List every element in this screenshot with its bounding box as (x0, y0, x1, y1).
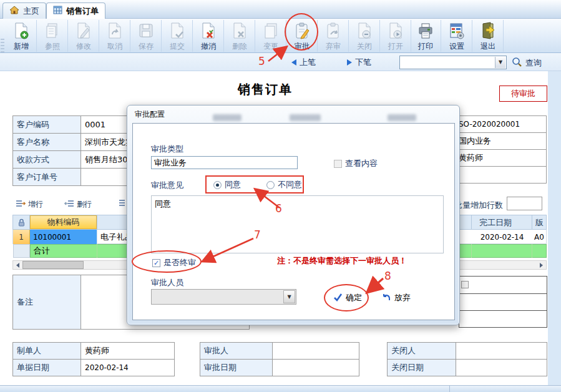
toolbar-label: 保存 (139, 41, 154, 52)
annotation-number-6: 6 (275, 202, 282, 215)
right-triangle-icon (347, 59, 352, 66)
annotation-circle-ok-button (324, 284, 369, 311)
toolbar-button-revoke[interactable]: 撤消 (193, 20, 224, 52)
version-cell[interactable]: A0 (532, 230, 546, 244)
toolbar-label: 退出 (481, 41, 495, 52)
toolbar-label: 取消 (107, 41, 122, 52)
toolbar-button-unapprove: 弃审 (318, 20, 349, 52)
scroll-right-button[interactable] (537, 261, 546, 269)
field-value-creator: 黄药师 (80, 342, 175, 360)
toolbar-button-submit: 提交 (162, 20, 193, 52)
tab-bar: 主页 销售订单 (0, 0, 561, 19)
view-content-label: 查看内容 (345, 158, 378, 169)
field-value-extra[interactable] (454, 166, 547, 184)
annotation-circle-final-checkbox (132, 250, 202, 273)
field-label-customer-code: 客户编码 (12, 115, 81, 134)
toolbar-label: 修改 (76, 41, 91, 52)
toolbar-button-modify: 修改 (69, 20, 99, 52)
close-document-icon (356, 22, 373, 41)
scroll-left-button[interactable] (13, 261, 22, 269)
new-document-icon (12, 22, 30, 41)
toolbar-label: 关闭 (357, 41, 372, 52)
add-row-button[interactable]: 增行 (16, 199, 43, 210)
change-icon (262, 22, 280, 41)
approver-combobox[interactable]: ▼ (151, 289, 296, 305)
lock-icon (18, 218, 25, 227)
field-value-salesperson[interactable]: 黄药师 (454, 149, 547, 167)
approval-type-input[interactable]: 审批业务 (151, 156, 298, 169)
field-value-order-number[interactable]: SO-2020020001 (454, 115, 547, 133)
tab-home[interactable]: 主页 (2, 2, 46, 19)
finish-date-column-header[interactable]: 完工日期 (479, 217, 512, 228)
finish-date-cell[interactable]: 2020-02-14 (472, 230, 532, 244)
annotation-number-7: 7 (254, 228, 261, 241)
delete-row-button[interactable]: 删行 (64, 199, 92, 210)
toolbar-button-new[interactable]: 新增 (6, 20, 37, 52)
unapprove-icon (324, 22, 342, 41)
toolbar-button-change: 变更 (256, 20, 286, 52)
annotation-number-5: 5 (258, 55, 265, 67)
edit-icon (75, 22, 92, 41)
toolbar-button-cancel: 取消 (100, 20, 130, 52)
query-button[interactable]: 查询 (512, 57, 542, 69)
field-value-closer (456, 342, 547, 360)
next-record-button[interactable]: 下笔 (347, 57, 371, 68)
field-value-approve-date (272, 359, 359, 376)
blurred-text-artifact (213, 114, 241, 121)
page-title: 销售订单 (238, 81, 293, 98)
record-select-combobox[interactable]: ▼ (399, 56, 507, 69)
open-document-icon (387, 22, 404, 41)
home-icon (9, 6, 19, 16)
approval-opinion-label: 审批意见 (151, 180, 183, 191)
field-label-closer: 关闭人 (387, 342, 456, 360)
toolbar-label: 撤消 (201, 41, 216, 52)
abandon-label: 放弃 (394, 292, 411, 303)
status-bar (0, 385, 561, 392)
approval-comment-textarea[interactable]: 同意 (151, 195, 444, 253)
dialog-title: 审批配置 (135, 109, 165, 120)
toolbar-label: 新增 (14, 41, 29, 52)
reference-icon (44, 22, 61, 41)
material-code-cell[interactable]: 10100001 (30, 230, 97, 244)
material-code-column-header[interactable]: 物料编码 (30, 215, 97, 229)
approval-config-dialog: 审批配置 审批类型 审批业务 查看内容 审批意见 同意 不同意 同意 ✓ (127, 105, 460, 325)
view-content-checkbox[interactable]: 查看内容 (334, 158, 378, 169)
background-checkbox[interactable] (461, 281, 469, 288)
toolbar-label: 设置 (449, 41, 464, 52)
approver-select-label: 审批人员 (151, 277, 183, 288)
record-nav-bar: 上笔 下笔 ▼ 查询 (0, 53, 561, 71)
remark-label: 备注 (12, 275, 81, 330)
chevron-down-icon[interactable]: ▼ (495, 57, 505, 68)
toolbar-button-print[interactable]: 打印 (411, 20, 441, 52)
toolbar-button-settings[interactable]: 设置 (442, 20, 472, 52)
tab-sales-order-label: 销售订单 (66, 6, 99, 17)
save-icon (137, 22, 155, 41)
version-column-header[interactable]: 版 (535, 217, 544, 228)
chevron-down-icon[interactable]: ▼ (283, 290, 295, 303)
field-label-payment-method: 收款方式 (12, 150, 81, 169)
toolbar-label: 参照 (45, 41, 60, 52)
toolbar-button-exit[interactable]: 退出 (473, 20, 504, 52)
add-row-icon (16, 200, 26, 210)
tab-sales-order[interactable]: 销售订单 (46, 2, 105, 19)
delete-row-label: 删行 (77, 199, 92, 210)
row-number-cell[interactable]: 1 (13, 230, 30, 244)
field-value-business-type[interactable]: 国内业务 (454, 132, 547, 150)
toolbar-label: 弃审 (326, 41, 341, 52)
search-icon (512, 57, 522, 69)
approval-type-label: 审批类型 (151, 144, 183, 155)
background-table (459, 276, 547, 328)
toolbar-button-reference: 参照 (37, 20, 68, 52)
field-label-close-date: 关闭日期 (387, 359, 456, 376)
tab-home-label: 主页 (23, 6, 39, 17)
toolbar-button-save: 保存 (131, 20, 162, 52)
total-row-corner (13, 244, 30, 258)
dialog-warning-note: 注：不是终审需选择下一审批人员！ (277, 255, 407, 267)
abandon-button[interactable]: 放弃 (382, 292, 411, 303)
prev-record-button[interactable]: 上笔 (291, 57, 316, 68)
blurred-text-artifact (290, 114, 321, 121)
query-label: 查询 (525, 57, 542, 69)
batch-add-rows-input[interactable] (507, 197, 542, 210)
scrollbar-thumb[interactable] (22, 261, 84, 269)
toolbar-label: 变更 (263, 41, 278, 52)
